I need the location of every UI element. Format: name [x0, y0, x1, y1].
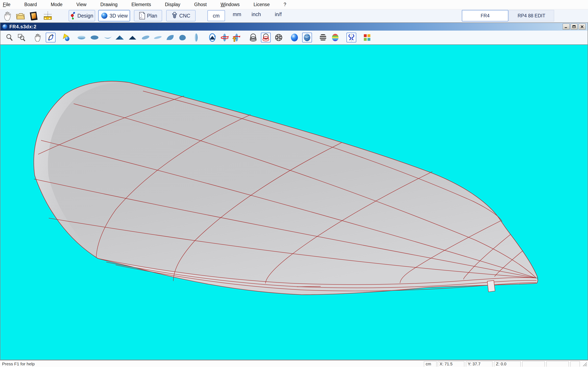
symmetry-ss-icon[interactable] [346, 33, 356, 42]
status-z-coord: Z: 0.0 [494, 361, 521, 367]
rotate-vertical-up-icon[interactable] [231, 33, 241, 42]
main-toolbar: Design 3D view Plan CNC cm mm inch in/f … [0, 9, 588, 22]
status-unit: cm [424, 361, 437, 367]
window-icon [2, 24, 8, 30]
status-x-coord: X: 71.5 [438, 361, 464, 367]
view-perspective-2-icon[interactable] [153, 33, 163, 42]
menu-license[interactable]: License [254, 2, 270, 7]
sphere-striped-icon[interactable] [318, 33, 328, 42]
pan-hand-icon[interactable] [33, 33, 43, 42]
restore-button[interactable] [571, 24, 578, 30]
view-front-icon[interactable] [191, 33, 201, 42]
resize-grip-icon[interactable] [582, 362, 587, 367]
doc-tab-rp4[interactable]: RP4 88 EDIT [509, 10, 554, 21]
measure-ruler-icon[interactable] [43, 11, 53, 21]
plan-button[interactable]: Plan [134, 10, 162, 21]
sphere-solid-icon[interactable] [290, 33, 299, 42]
sphere-wireframe-icon[interactable] [248, 33, 258, 42]
sphere-rainbow-icon[interactable] [330, 33, 340, 42]
view-tail-icon[interactable] [128, 33, 138, 42]
status-y-coord: Y: 37.7 [466, 361, 493, 367]
rotate-vertical-icon[interactable] [220, 33, 229, 42]
tail-stringer-notch [487, 280, 495, 292]
view-rocker-icon[interactable] [103, 33, 113, 42]
status-empty-1 [522, 361, 545, 367]
unit-cm[interactable]: cm [208, 10, 225, 21]
cnc-button[interactable]: CNC [166, 10, 196, 21]
view-quarter-icon[interactable] [165, 33, 175, 42]
zoom-window-icon[interactable] [17, 33, 26, 42]
view-bottom-icon[interactable] [90, 33, 99, 42]
rotate-3d-icon[interactable] [46, 33, 56, 42]
sphere-mesh-icon[interactable] [274, 33, 284, 42]
hand-icon[interactable] [2, 11, 13, 21]
view-3d-button[interactable]: 3D view [98, 10, 130, 21]
status-empty-3 [571, 361, 580, 367]
window-title: FR4.s3dx:2 [9, 24, 36, 30]
plan-label: Plan [147, 13, 157, 19]
document-window: FR4.s3dx:2 [0, 22, 588, 360]
menu-view[interactable]: View [76, 2, 86, 7]
window-title-bar[interactable]: FR4.s3dx:2 [0, 23, 588, 31]
menu-board[interactable]: Board [24, 2, 37, 7]
unit-inch[interactable]: inch [251, 11, 261, 17]
view-nose-icon[interactable] [115, 33, 125, 42]
design-button[interactable]: Design [69, 10, 95, 21]
menu-ghost[interactable]: Ghost [194, 2, 207, 7]
unit-inf[interactable]: in/f [275, 11, 282, 17]
board-3d-model[interactable] [0, 45, 588, 360]
status-empty-2 [546, 361, 569, 367]
board-deck-surface [34, 81, 537, 284]
menu-display[interactable]: Display [165, 2, 180, 7]
menu-elements[interactable]: Elements [131, 2, 151, 7]
save-icon[interactable] [28, 11, 39, 21]
status-bar: Press F1 for help cm X: 71.5 Y: 37.7 Z: … [0, 360, 588, 367]
view-toolbar [0, 31, 588, 45]
view-rounded-icon[interactable] [177, 33, 187, 42]
model-viewport[interactable] [0, 45, 588, 360]
render-pointer-icon[interactable] [61, 33, 71, 42]
unit-cm-label: cm [213, 13, 219, 19]
open-folder-icon[interactable] [15, 11, 26, 21]
color-squares-icon[interactable] [362, 33, 372, 42]
menu-help[interactable]: ? [284, 2, 286, 7]
doc-tab-rp4-label: RP4 88 EDIT [518, 13, 545, 18]
view-3d-label: 3D view [110, 13, 128, 19]
doc-tab-fr4[interactable]: FR4 [462, 10, 508, 21]
menu-mode[interactable]: Mode [51, 2, 62, 7]
cnc-label: CNC [179, 13, 190, 19]
menu-bar: File Board Mode View Drawing Elements Di… [0, 0, 588, 9]
menu-windows[interactable]: Windows [221, 2, 240, 7]
minimize-button[interactable] [563, 24, 570, 30]
unit-mm[interactable]: mm [233, 11, 241, 17]
view-perspective-1-icon[interactable] [141, 33, 150, 42]
rotate-horizontal-icon[interactable] [208, 33, 217, 42]
view-deck-icon[interactable] [77, 33, 86, 42]
design-label: Design [77, 13, 93, 19]
sphere-wireframe-red-icon[interactable] [261, 33, 271, 42]
close-button[interactable] [579, 24, 586, 30]
doc-tab-fr4-label: FR4 [481, 13, 489, 18]
status-help-text: Press F1 for help [2, 361, 35, 366]
sphere-textured-icon[interactable] [302, 33, 312, 42]
menu-drawing[interactable]: Drawing [100, 2, 117, 7]
zoom-icon[interactable] [4, 33, 14, 42]
menu-file[interactable]: File [3, 2, 10, 7]
